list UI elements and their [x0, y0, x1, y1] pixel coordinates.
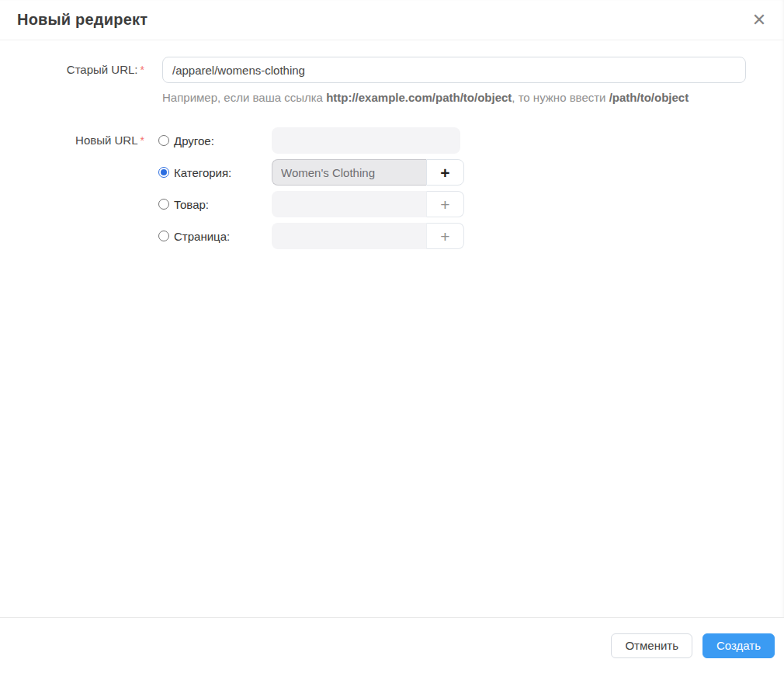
option-row-product: Товар: +	[158, 191, 784, 217]
old-url-input[interactable]	[162, 57, 746, 83]
hint-middle: , то нужно ввести	[512, 91, 609, 104]
option-other-left: Другое:	[158, 134, 272, 147]
option-category-left: Категория:	[158, 166, 272, 179]
category-input[interactable]	[272, 159, 426, 186]
add-category-button[interactable]: +	[426, 159, 464, 186]
modal-body: Старый URL:* Например, если ваша ссылка …	[0, 40, 784, 255]
other-control	[272, 127, 460, 154]
radio-page[interactable]	[158, 231, 169, 241]
modal-title: Новый редирект	[17, 11, 147, 29]
old-url-content: Например, если ваша ссылка http://exampl…	[162, 57, 784, 104]
modal-footer: Отменить Создать	[0, 617, 784, 673]
radio-other-label[interactable]: Другое:	[174, 134, 214, 147]
new-url-row: Новый URL* Другое: Ка	[0, 127, 784, 255]
category-control: +	[272, 159, 464, 186]
plus-icon: +	[440, 165, 449, 181]
radio-other[interactable]	[158, 135, 169, 146]
new-url-label: Новый URL	[75, 134, 137, 147]
old-url-label-cell: Старый URL:*	[0, 57, 144, 104]
hint-example-path: /path/to/object	[609, 91, 689, 104]
new-redirect-modal: Новый редирект ✕ Старый URL:* Например, …	[0, 0, 784, 673]
hint-prefix: Например, если ваша ссылка	[162, 91, 326, 104]
modal-header: Новый редирект ✕	[0, 0, 784, 40]
product-input[interactable]	[272, 191, 426, 217]
old-url-hint: Например, если ваша ссылка http://exampl…	[162, 91, 784, 104]
close-button[interactable]: ✕	[747, 8, 772, 33]
product-control: +	[272, 191, 464, 217]
radio-page-label[interactable]: Страница:	[174, 230, 230, 243]
page-control: +	[272, 223, 464, 249]
plus-icon: +	[440, 228, 449, 245]
add-product-button[interactable]: +	[426, 191, 464, 217]
radio-category[interactable]	[158, 167, 169, 178]
page-input[interactable]	[272, 223, 426, 249]
plus-icon: +	[440, 196, 449, 213]
close-icon: ✕	[752, 12, 766, 29]
cancel-button[interactable]: Отменить	[611, 633, 692, 658]
option-row-other: Другое:	[158, 127, 784, 154]
other-url-input[interactable]	[272, 127, 460, 154]
radio-product-label[interactable]: Товар:	[174, 198, 209, 211]
radio-category-label[interactable]: Категория:	[174, 166, 231, 179]
option-page-left: Страница:	[158, 230, 272, 243]
old-url-label: Старый URL:	[67, 63, 138, 76]
old-url-row: Старый URL:* Например, если ваша ссылка …	[0, 57, 784, 104]
option-row-page: Страница: +	[158, 223, 784, 249]
hint-example-url: http://example.com/path/to/object	[326, 91, 512, 104]
add-page-button[interactable]: +	[426, 223, 464, 249]
option-row-category: Категория: +	[158, 159, 784, 186]
create-button[interactable]: Создать	[702, 633, 775, 658]
new-url-required-mark: *	[140, 134, 144, 147]
radio-product[interactable]	[158, 199, 169, 210]
new-url-options: Другое: Категория: +	[162, 127, 784, 255]
old-url-required-mark: *	[140, 64, 144, 76]
new-url-label-cell: Новый URL*	[0, 127, 144, 255]
option-product-left: Товар:	[158, 198, 272, 211]
